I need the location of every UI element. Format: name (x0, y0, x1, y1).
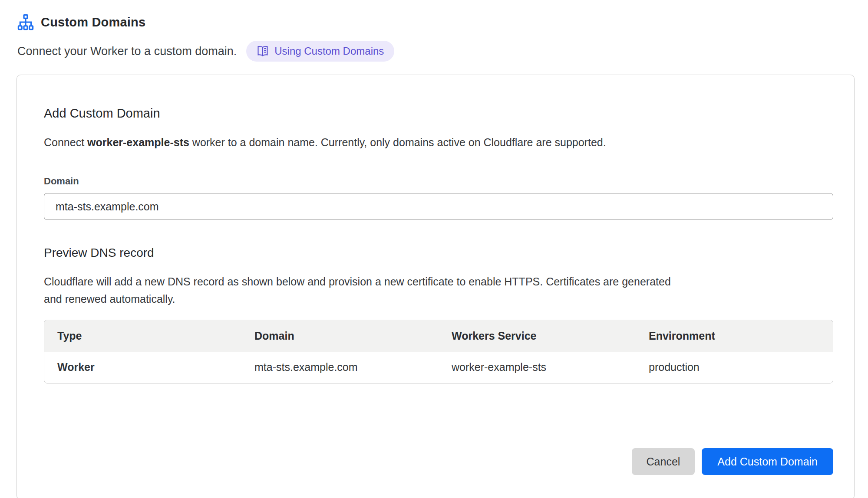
table-header-row: Type Domain Workers Service Environment (44, 320, 833, 352)
using-custom-domains-link[interactable]: Using Custom Domains (246, 41, 394, 62)
cancel-button[interactable]: Cancel (632, 448, 695, 475)
footer-divider (44, 434, 833, 434)
add-custom-domain-button[interactable]: Add Custom Domain (702, 448, 833, 475)
worker-name: worker-example-sts (87, 136, 189, 148)
page-title: Custom Domains (41, 15, 145, 29)
page-header: Custom Domains (17, 14, 868, 30)
preview-dns-heading: Preview DNS record (44, 246, 833, 260)
page-subtitle: Connect your Worker to a custom domain. (17, 45, 237, 58)
column-header-environment: Environment (636, 320, 833, 352)
open-book-icon (257, 45, 269, 57)
domain-field-label: Domain (44, 176, 833, 187)
add-custom-domain-card: Add Custom Domain Connect worker-example… (17, 75, 855, 498)
preview-dns-description: Cloudflare will add a new DNS record as … (44, 273, 686, 308)
card-heading: Add Custom Domain (44, 106, 833, 121)
domain-input[interactable] (44, 193, 833, 220)
intro-suffix: worker to a domain name. Currently, only… (189, 136, 606, 148)
cell-type: Worker (44, 352, 241, 383)
intro-prefix: Connect (44, 136, 87, 148)
column-header-domain: Domain (241, 320, 439, 352)
cell-domain: mta-sts.example.com (241, 352, 439, 383)
card-intro: Connect worker-example-sts worker to a d… (44, 136, 833, 149)
cell-environment: production (636, 352, 833, 383)
card-actions: Cancel Add Custom Domain (44, 448, 833, 475)
cell-workers-service: worker-example-sts (439, 352, 636, 383)
table-row: Worker mta-sts.example.com worker-exampl… (44, 352, 833, 383)
column-header-workers-service: Workers Service (439, 320, 636, 352)
subtitle-row: Connect your Worker to a custom domain. … (17, 41, 868, 62)
dns-preview-table: Type Domain Workers Service Environment … (44, 320, 833, 383)
column-header-type: Type (44, 320, 241, 352)
sitemap-icon (17, 14, 34, 30)
using-custom-domains-label: Using Custom Domains (274, 45, 384, 57)
